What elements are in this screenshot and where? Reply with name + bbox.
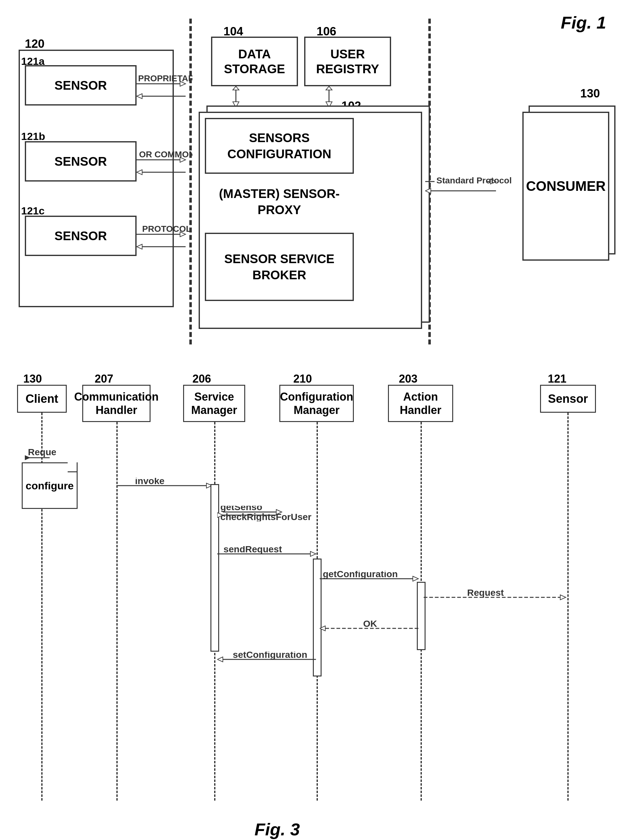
sensors-config-box: SENSORS CONFIGURATION: [205, 118, 354, 174]
consumer-num: 130: [580, 87, 600, 100]
svg-marker-42: [310, 551, 316, 556]
sensor2-box: SENSOR: [25, 141, 136, 182]
svg-text:Standard Protocol: Standard Protocol: [436, 176, 512, 185]
msg-ok: OK: [320, 621, 425, 636]
actor-num-sensor: 121: [548, 373, 566, 385]
actor-num-action: 203: [399, 373, 418, 385]
msg-invoke: invoke: [116, 478, 217, 493]
svg-text:Request: Request: [28, 448, 56, 457]
actor-action-box: Action Handler: [388, 385, 453, 422]
actor-num-client: 130: [23, 373, 42, 385]
sensor-service-broker-box: SENSOR SERVICE BROKER: [205, 233, 354, 301]
svg-marker-45: [413, 576, 418, 581]
data-storage-num: 104: [223, 25, 243, 38]
actor-num-service: 206: [193, 373, 211, 385]
user-registry-box: USER REGISTRY: [304, 36, 391, 86]
msg-getconfig: getConfiguration: [320, 571, 425, 586]
user-registry-num: 106: [316, 25, 336, 38]
svg-text:sendRequest: sendRequest: [223, 546, 282, 554]
svg-text:PROTOCOL: PROTOCOL: [142, 225, 191, 234]
actor-comm-box: Communication Handler: [82, 385, 150, 422]
svg-marker-13: [136, 244, 142, 249]
svg-marker-48: [560, 595, 566, 600]
standard-protocol-arrow: Standard Protocol: [425, 172, 512, 200]
actor-num-config: 210: [293, 373, 312, 385]
svg-text:getSenso: getSenso: [220, 506, 262, 512]
svg-text:OK: OK: [363, 621, 377, 629]
msg-request2: Request: [424, 590, 576, 605]
svg-marker-26: [425, 188, 431, 193]
sensor-group-num: 120: [25, 37, 44, 51]
data-storage-box: DATA STORAGE: [211, 36, 298, 86]
svg-marker-18: [233, 86, 239, 90]
svg-marker-8: [136, 170, 142, 175]
svg-text:getConfiguration: getConfiguration: [323, 571, 398, 579]
arrow-proto3: PROTOCOL: [136, 225, 193, 259]
svg-text:checkRightsForUser: checkRightsForUser: [220, 512, 312, 521]
sensor3-box: SENSOR: [25, 216, 136, 256]
sensors-config-text: SENSORS CONFIGURATION: [206, 130, 353, 162]
lifeline-sensor: [568, 413, 569, 801]
sensor3-num: 121c: [21, 205, 45, 217]
sensor1-box: SENSOR: [25, 65, 136, 106]
svg-marker-51: [320, 626, 325, 631]
svg-marker-54: [217, 657, 223, 662]
arrow-proto1: PROPRIETAR: [136, 74, 193, 109]
actor-service-box: Service Manager: [183, 385, 245, 422]
msg-getsensor: getSenso checkRightsForUser: [217, 506, 323, 521]
svg-text:OR COMMON: OR COMMON: [139, 150, 193, 159]
svg-text:Request: Request: [467, 590, 504, 598]
arrow-proto2: OR COMMON: [136, 150, 193, 185]
master-proxy-label: (MASTER) SENSOR- PROXY: [205, 177, 354, 227]
actor-sensor-box: Sensor: [540, 385, 596, 413]
diagram-container: Fig. 1 120 121a SENSOR 121b SENSOR 121c …: [0, 0, 631, 840]
svg-text:invoke: invoke: [135, 478, 164, 486]
actor-client-box: Client: [17, 385, 67, 413]
svg-marker-3: [136, 94, 142, 99]
svg-text:setConfiguration: setConfiguration: [233, 652, 307, 660]
msg-sendrequest: sendRequest: [217, 546, 323, 562]
sensor2-num: 121b: [21, 130, 45, 142]
actor-config-box: Configuration Manager: [279, 385, 354, 422]
actor-num-comm: 207: [95, 373, 113, 385]
fig3-label: Fig. 3: [255, 819, 300, 839]
svg-text:PROPRIETAR: PROPRIETAR: [138, 74, 193, 83]
consumer-front: CONSUMER: [522, 112, 609, 261]
msg-setconfig: setConfiguration: [217, 652, 323, 667]
fig1-label: Fig. 1: [561, 13, 606, 33]
svg-marker-22: [326, 86, 332, 90]
doc-corner: [68, 463, 77, 472]
